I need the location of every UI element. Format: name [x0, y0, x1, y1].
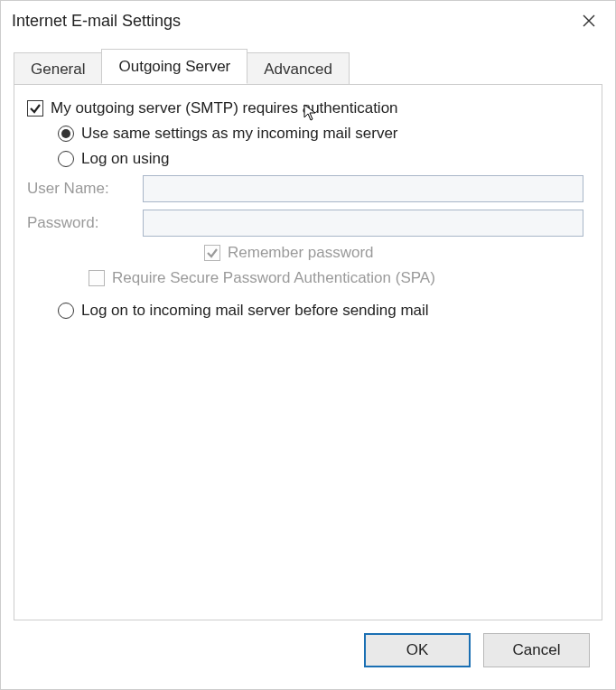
close-button[interactable]	[568, 6, 610, 35]
remember-password-label: Remember password	[228, 244, 374, 262]
tab-general[interactable]: General	[14, 52, 102, 85]
dialog-content: General Outgoing Server Advanced My outg…	[1, 42, 615, 689]
close-icon	[583, 14, 595, 27]
tab-advanced[interactable]: Advanced	[247, 52, 350, 85]
ok-button[interactable]: OK	[364, 633, 471, 667]
logon-using-label: Log on using	[81, 150, 169, 168]
window-title: Internet E-mail Settings	[12, 12, 181, 31]
requires-auth-checkbox[interactable]	[27, 100, 43, 117]
requires-auth-row: My outgoing server (SMTP) requires authe…	[27, 99, 589, 117]
use-same-settings-radio[interactable]	[58, 126, 74, 142]
requires-auth-label: My outgoing server (SMTP) requires authe…	[51, 99, 398, 117]
logon-using-radio[interactable]	[58, 151, 74, 167]
remember-password-row: Remember password	[204, 244, 589, 262]
settings-dialog: Internet E-mail Settings General Outgoin…	[0, 0, 616, 690]
titlebar: Internet E-mail Settings	[1, 1, 615, 42]
username-input[interactable]	[143, 175, 583, 202]
password-row: Password:	[27, 210, 589, 237]
logon-incoming-label: Log on to incoming mail server before se…	[81, 302, 429, 320]
require-spa-row: Require Secure Password Authentication (…	[89, 269, 589, 287]
password-input[interactable]	[143, 210, 583, 237]
cancel-button[interactable]: Cancel	[483, 633, 590, 667]
require-spa-label: Require Secure Password Authentication (…	[112, 269, 435, 287]
username-label: User Name:	[27, 180, 143, 198]
dialog-buttons: OK Cancel	[14, 620, 602, 680]
logon-using-row: Log on using	[58, 150, 589, 168]
tab-strip: General Outgoing Server Advanced	[14, 51, 602, 84]
outgoing-server-panel: My outgoing server (SMTP) requires authe…	[14, 84, 602, 620]
password-label: Password:	[27, 214, 143, 232]
require-spa-checkbox[interactable]	[89, 270, 105, 286]
use-same-settings-row: Use same settings as my incoming mail se…	[58, 125, 589, 143]
use-same-settings-label: Use same settings as my incoming mail se…	[81, 125, 398, 143]
remember-password-checkbox[interactable]	[204, 245, 220, 261]
logon-incoming-radio[interactable]	[58, 303, 74, 319]
logon-incoming-row: Log on to incoming mail server before se…	[58, 302, 589, 320]
tab-outgoing-server[interactable]: Outgoing Server	[101, 49, 247, 84]
username-row: User Name:	[27, 175, 589, 202]
